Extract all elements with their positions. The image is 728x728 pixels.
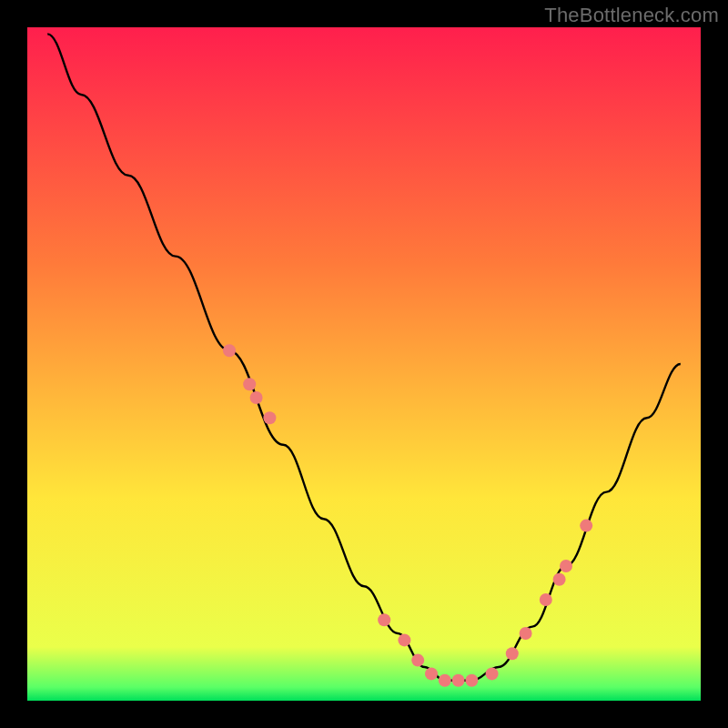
marker-point [243,378,256,390]
watermark-text: TheBottleneck.com [544,4,719,27]
marker-point [540,593,552,606]
plot-background [27,27,701,701]
marker-point [506,647,519,660]
marker-point [452,674,465,687]
marker-point [223,344,236,357]
marker-point [439,674,451,687]
marker-point [425,667,438,680]
marker-point [560,560,572,572]
marker-point [580,520,592,532]
marker-point [520,627,532,640]
bottleneck-chart [0,0,728,728]
marker-point [486,667,499,680]
marker-point [250,391,263,404]
marker-point [378,613,390,626]
marker-point [398,633,410,646]
marker-point [411,654,424,667]
marker-point [553,573,566,586]
chart-container: TheBottleneck.com [0,0,728,728]
marker-point [263,411,276,424]
marker-point [465,674,478,687]
